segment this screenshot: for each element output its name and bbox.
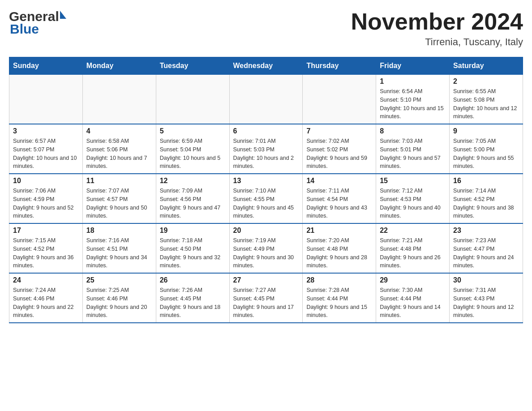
day-info: Sunrise: 7:20 AMSunset: 4:48 PMDaylight:… (306, 236, 372, 270)
day-info: Sunrise: 7:31 AMSunset: 4:43 PMDaylight:… (453, 286, 519, 320)
day-number: 15 (380, 177, 446, 185)
day-header-friday: Friday (376, 57, 450, 75)
day-cell: 8Sunrise: 7:03 AMSunset: 5:01 PMDaylight… (376, 124, 450, 174)
day-number: 27 (233, 276, 299, 284)
day-number: 14 (306, 177, 372, 185)
day-cell: 9Sunrise: 7:05 AMSunset: 5:00 PMDaylight… (450, 124, 523, 174)
day-number: 29 (380, 276, 446, 284)
day-cell: 19Sunrise: 7:18 AMSunset: 4:50 PMDayligh… (156, 223, 229, 273)
day-number: 23 (453, 227, 519, 235)
day-number: 10 (13, 177, 79, 185)
day-cell: 28Sunrise: 7:28 AMSunset: 4:44 PMDayligh… (303, 273, 376, 323)
day-info: Sunrise: 7:14 AMSunset: 4:52 PMDaylight:… (453, 187, 519, 220)
day-number: 6 (233, 127, 299, 135)
day-cell: 12Sunrise: 7:09 AMSunset: 4:56 PMDayligh… (156, 174, 229, 223)
day-info: Sunrise: 7:02 AMSunset: 5:02 PMDaylight:… (306, 137, 372, 171)
day-info: Sunrise: 7:27 AMSunset: 4:45 PMDaylight:… (233, 286, 299, 320)
day-header-monday: Monday (82, 57, 156, 75)
day-cell: 3Sunrise: 6:57 AMSunset: 5:07 PMDaylight… (9, 124, 83, 174)
day-cell: 15Sunrise: 7:12 AMSunset: 4:53 PMDayligh… (376, 174, 450, 223)
location-subtitle: Tirrenia, Tuscany, Italy (351, 36, 523, 48)
day-info: Sunrise: 7:24 AMSunset: 4:46 PMDaylight:… (13, 286, 79, 320)
day-number: 16 (453, 177, 519, 185)
day-header-tuesday: Tuesday (156, 57, 229, 75)
day-cell (156, 75, 229, 124)
day-cell (9, 75, 83, 124)
day-info: Sunrise: 7:26 AMSunset: 4:45 PMDaylight:… (160, 286, 226, 320)
page-header: General Blue November 2024 Tirrenia, Tus… (9, 9, 523, 48)
day-info: Sunrise: 7:18 AMSunset: 4:50 PMDaylight:… (160, 236, 226, 270)
day-cell (229, 75, 303, 124)
day-cell: 16Sunrise: 7:14 AMSunset: 4:52 PMDayligh… (450, 174, 523, 223)
day-number: 17 (13, 227, 79, 235)
day-info: Sunrise: 6:59 AMSunset: 5:04 PMDaylight:… (160, 137, 226, 171)
day-number: 7 (306, 127, 372, 135)
day-info: Sunrise: 7:07 AMSunset: 4:57 PMDaylight:… (86, 187, 152, 220)
title-area: November 2024 Tirrenia, Tuscany, Italy (351, 9, 523, 48)
day-cell: 1Sunrise: 6:54 AMSunset: 5:10 PMDaylight… (376, 75, 450, 124)
day-number: 8 (380, 127, 446, 135)
day-number: 12 (160, 177, 226, 185)
day-cell: 21Sunrise: 7:20 AMSunset: 4:48 PMDayligh… (303, 223, 376, 273)
day-cell: 13Sunrise: 7:10 AMSunset: 4:55 PMDayligh… (229, 174, 303, 223)
day-number: 28 (306, 276, 372, 284)
day-number: 9 (453, 127, 519, 135)
day-number: 30 (453, 276, 519, 284)
day-info: Sunrise: 7:10 AMSunset: 4:55 PMDaylight:… (233, 187, 299, 220)
month-title: November 2024 (351, 9, 523, 34)
day-number: 19 (160, 227, 226, 235)
day-info: Sunrise: 7:25 AMSunset: 4:46 PMDaylight:… (86, 286, 152, 320)
day-info: Sunrise: 7:01 AMSunset: 5:03 PMDaylight:… (233, 137, 299, 171)
day-info: Sunrise: 7:11 AMSunset: 4:54 PMDaylight:… (306, 187, 372, 220)
day-number: 5 (160, 127, 226, 135)
day-header-sunday: Sunday (9, 57, 83, 75)
day-info: Sunrise: 7:06 AMSunset: 4:59 PMDaylight:… (13, 187, 79, 220)
day-cell: 6Sunrise: 7:01 AMSunset: 5:03 PMDaylight… (229, 124, 303, 174)
day-number: 11 (86, 177, 152, 185)
day-info: Sunrise: 6:55 AMSunset: 5:08 PMDaylight:… (453, 87, 519, 121)
day-info: Sunrise: 6:54 AMSunset: 5:10 PMDaylight:… (380, 87, 446, 121)
day-cell: 23Sunrise: 7:23 AMSunset: 4:47 PMDayligh… (450, 223, 523, 273)
day-info: Sunrise: 7:05 AMSunset: 5:00 PMDaylight:… (453, 137, 519, 171)
day-info: Sunrise: 7:30 AMSunset: 4:44 PMDaylight:… (380, 286, 446, 320)
day-header-saturday: Saturday (450, 57, 523, 75)
day-number: 25 (86, 276, 152, 284)
day-cell: 18Sunrise: 7:16 AMSunset: 4:51 PMDayligh… (82, 223, 156, 273)
day-cell: 27Sunrise: 7:27 AMSunset: 4:45 PMDayligh… (229, 273, 303, 323)
day-cell: 2Sunrise: 6:55 AMSunset: 5:08 PMDaylight… (450, 75, 523, 124)
day-number: 4 (86, 127, 152, 135)
day-number: 20 (233, 227, 299, 235)
week-row-5: 24Sunrise: 7:24 AMSunset: 4:46 PMDayligh… (9, 273, 523, 323)
day-header-thursday: Thursday (303, 57, 376, 75)
day-info: Sunrise: 7:16 AMSunset: 4:51 PMDaylight:… (86, 236, 152, 270)
day-info: Sunrise: 6:57 AMSunset: 5:07 PMDaylight:… (13, 137, 79, 171)
day-cell: 17Sunrise: 7:15 AMSunset: 4:52 PMDayligh… (9, 223, 83, 273)
day-info: Sunrise: 7:12 AMSunset: 4:53 PMDaylight:… (380, 187, 446, 220)
day-cell: 5Sunrise: 6:59 AMSunset: 5:04 PMDaylight… (156, 124, 229, 174)
day-number: 26 (160, 276, 226, 284)
logo-blue-text: Blue (9, 21, 39, 37)
day-number: 18 (86, 227, 152, 235)
days-header-row: SundayMondayTuesdayWednesdayThursdayFrid… (9, 57, 523, 75)
day-number: 3 (13, 127, 79, 135)
logo: General Blue (9, 9, 66, 37)
day-cell: 11Sunrise: 7:07 AMSunset: 4:57 PMDayligh… (82, 174, 156, 223)
logo-arrow-icon (60, 11, 66, 19)
day-header-wednesday: Wednesday (229, 57, 303, 75)
day-cell (303, 75, 376, 124)
day-number: 1 (380, 77, 446, 86)
day-cell: 7Sunrise: 7:02 AMSunset: 5:02 PMDaylight… (303, 124, 376, 174)
day-cell: 10Sunrise: 7:06 AMSunset: 4:59 PMDayligh… (9, 174, 83, 223)
day-cell: 29Sunrise: 7:30 AMSunset: 4:44 PMDayligh… (376, 273, 450, 323)
day-info: Sunrise: 7:15 AMSunset: 4:52 PMDaylight:… (13, 236, 79, 270)
day-info: Sunrise: 7:21 AMSunset: 4:48 PMDaylight:… (380, 236, 446, 270)
day-number: 21 (306, 227, 372, 235)
day-cell: 26Sunrise: 7:26 AMSunset: 4:45 PMDayligh… (156, 273, 229, 323)
calendar-table: SundayMondayTuesdayWednesdayThursdayFrid… (9, 57, 523, 323)
day-cell: 22Sunrise: 7:21 AMSunset: 4:48 PMDayligh… (376, 223, 450, 273)
day-number: 2 (453, 77, 519, 86)
week-row-1: 1Sunrise: 6:54 AMSunset: 5:10 PMDaylight… (9, 75, 523, 124)
day-cell: 4Sunrise: 6:58 AMSunset: 5:06 PMDaylight… (82, 124, 156, 174)
day-info: Sunrise: 7:09 AMSunset: 4:56 PMDaylight:… (160, 187, 226, 220)
week-row-2: 3Sunrise: 6:57 AMSunset: 5:07 PMDaylight… (9, 124, 523, 174)
